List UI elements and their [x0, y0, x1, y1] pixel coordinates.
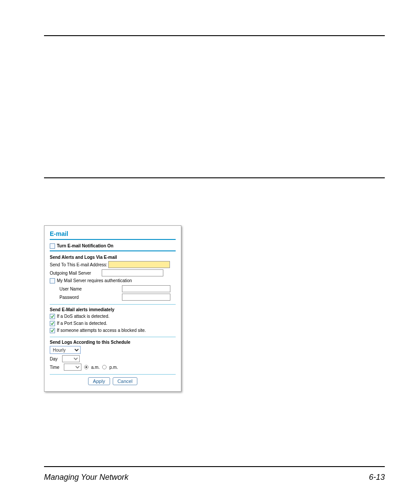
check-icon: [51, 329, 54, 332]
footer-page-number: 6-13: [369, 473, 385, 482]
schedule-row: Hourly: [50, 346, 176, 354]
email-address-label: Send To This E-mail Address:: [50, 262, 107, 267]
email-address-row: Send To This E-mail Address:: [50, 261, 176, 268]
alert-row-1: If a Port Scan is detected.: [50, 321, 176, 326]
header-rule: [44, 35, 385, 36]
divider: [50, 304, 176, 305]
password-input[interactable]: [122, 294, 170, 301]
username-row: User Name: [50, 285, 176, 292]
alert-checkbox-blocked[interactable]: [50, 328, 55, 333]
username-input[interactable]: [122, 285, 170, 292]
am-radio[interactable]: [84, 365, 88, 369]
divider: [50, 239, 176, 240]
button-bar: Apply Cancel: [50, 377, 176, 385]
day-row: Day: [50, 355, 176, 362]
time-label: Time: [50, 365, 61, 370]
footer-title: Managing Your Network: [44, 473, 129, 482]
section-heading: Send Logs According to this Schedule: [50, 340, 176, 345]
day-select[interactable]: [62, 355, 80, 362]
section-rule: [44, 177, 385, 178]
email-settings-panel: E-mail Turn E-mail Notification On Send …: [44, 225, 181, 392]
mail-server-row: Outgoing Mail Server: [50, 269, 176, 276]
apply-button[interactable]: Apply: [88, 377, 110, 385]
auth-checkbox[interactable]: [50, 278, 55, 283]
auth-label: My Mail Server requires authentication: [57, 278, 132, 283]
document-page: E-mail Turn E-mail Notification On Send …: [0, 0, 420, 504]
time-row: Time a.m. p.m.: [50, 364, 176, 371]
username-label: User Name: [59, 287, 121, 291]
pm-label: p.m.: [109, 365, 118, 370]
schedule-select[interactable]: Hourly: [50, 346, 81, 354]
divider: [50, 374, 176, 375]
alert-checkbox-portscan[interactable]: [50, 321, 55, 326]
divider: [50, 250, 176, 251]
alert-row-0: If a DoS attack is detected.: [50, 314, 176, 319]
panel-title: E-mail: [50, 230, 176, 237]
mail-server-label: Outgoing Mail Server: [50, 271, 101, 276]
alert-label: If a Port Scan is detected.: [57, 321, 107, 326]
check-icon: [51, 322, 54, 325]
check-icon: [51, 315, 54, 318]
alert-label: If a DoS attack is detected.: [57, 314, 110, 319]
pm-radio[interactable]: [102, 365, 107, 369]
turn-on-checkbox[interactable]: [50, 243, 55, 249]
divider: [50, 337, 176, 337]
password-row: Password: [50, 294, 176, 301]
footer-rule: [44, 466, 385, 467]
mail-server-input[interactable]: [102, 269, 163, 276]
turn-on-label: Turn E-mail Notification On: [57, 243, 114, 249]
section-heading: Send E-Mail alerts immediately: [50, 307, 176, 312]
alert-label: If someone attempts to access a blocked …: [57, 328, 146, 333]
page-footer: Managing Your Network 6-13: [44, 473, 385, 482]
cancel-button[interactable]: Cancel: [113, 377, 137, 385]
section-heading: Send Alerts and Logs Via E-mail: [50, 255, 176, 260]
alert-row-2: If someone attempts to access a blocked …: [50, 328, 176, 333]
day-label: Day: [50, 357, 61, 361]
auth-row: My Mail Server requires authentication: [50, 278, 176, 283]
am-label: a.m.: [91, 365, 99, 370]
email-address-input[interactable]: [108, 261, 170, 268]
alert-checkbox-dos[interactable]: [50, 314, 55, 319]
turn-on-row: Turn E-mail Notification On: [50, 243, 176, 249]
time-select[interactable]: [64, 364, 81, 371]
password-label: Password: [59, 295, 121, 300]
